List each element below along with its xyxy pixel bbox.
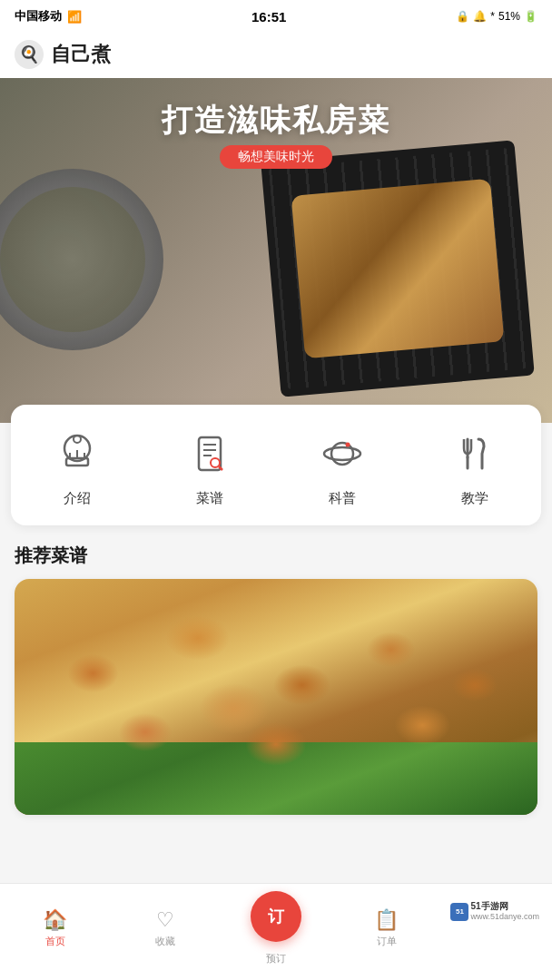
nav-home[interactable]: 🏠 首页 [0,908,111,948]
watermark-icon: 51 [450,903,468,921]
svg-rect-3 [199,437,221,470]
grill-pan-decoration [261,140,535,397]
recipe-book-icon [186,430,233,477]
recipe-label: 菜谱 [196,490,223,507]
status-bar: 中国移动 📶 16:51 🔒 🔔 * 51% 🔋 [0,0,552,33]
svg-point-11 [346,443,350,447]
recipe-card[interactable] [15,579,537,815]
svg-point-7 [211,458,220,467]
nav-order-center[interactable]: 订 预订 [221,891,331,965]
svg-point-9 [331,443,353,465]
recipe-image [15,579,537,815]
menu-item-science[interactable]: 科普 [315,426,370,507]
status-time: 16:51 [251,9,286,24]
app-title: 自己煮 [51,41,111,68]
planet-icon [319,430,366,477]
home-icon: 🏠 [43,908,67,932]
orders-label: 订单 [377,935,397,948]
food-decoration [291,179,505,358]
nav-favorites[interactable]: ♡ 收藏 [111,908,222,948]
hero-subtitle: 畅想美味时光 [220,145,332,169]
tutorial-label: 教学 [461,490,488,507]
menu-item-tutorial[interactable]: 教学 [448,426,502,507]
science-icon-wrap [315,426,370,481]
science-label: 科普 [329,490,356,507]
list-icon: 📋 [374,908,399,932]
menu-item-recipe[interactable]: 菜谱 [182,426,237,507]
intro-icon-wrap [50,426,104,481]
chef-hat-icon [54,430,101,477]
favorites-label: 收藏 [155,935,175,948]
menu-item-intro[interactable]: 介绍 [50,426,104,507]
order-label: 预订 [266,952,286,965]
tutorial-icon-wrap [448,426,502,481]
status-carrier: 中国移动 📶 [15,8,82,24]
intro-label: 介绍 [64,490,91,507]
heart-icon: ♡ [156,908,174,932]
hero-banner: 打造滋味私房菜 畅想美味时光 [0,78,552,423]
bottom-nav: 🏠 首页 ♡ 收藏 订 预订 📋 订单 51 51手游网 www.51danye… [0,883,552,980]
home-label: 首页 [45,935,65,948]
recommend-section-title: 推荐菜谱 [0,525,552,579]
recipe-icon-wrap [182,426,237,481]
app-header: 🍳 自己煮 [0,33,552,78]
app-logo-icon: 🍳 [15,40,44,69]
quick-menu: 介绍 菜谱 科普 [11,405,541,525]
svg-point-10 [324,447,360,460]
utensils-icon [451,430,498,477]
order-center-button[interactable]: 订 [251,891,301,942]
nav-orders[interactable]: 📋 订单 [331,908,442,948]
watermark: 51 51手游网 www.51danye.com [445,897,545,926]
plate-decoration [0,169,163,350]
hero-title: 打造滋味私房菜 [0,100,552,142]
status-right: 🔒 🔔 * 51% 🔋 [456,10,537,23]
chicken-decoration [15,579,537,815]
